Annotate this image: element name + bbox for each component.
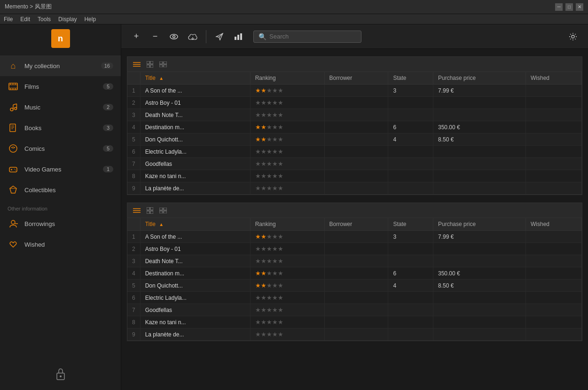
table-row[interactable]: 7 Goodfellas ★★★★★: [127, 304, 582, 316]
menu-edit[interactable]: Edit: [20, 16, 30, 23]
col-borrower-2[interactable]: Borrower: [324, 218, 388, 231]
table-row[interactable]: 1 A Son of the ... ★★★★★ 3 7.99 €: [127, 85, 582, 97]
row-num: 6: [127, 146, 140, 158]
table-row[interactable]: 6 Electric Ladyla... ★★★★★: [127, 292, 582, 304]
col-num-2: [127, 218, 140, 231]
row-ranking: ★★★★★: [250, 304, 324, 316]
row-wished: [526, 231, 582, 243]
table-row[interactable]: 9 La planète de... ★★★★★: [127, 328, 582, 341]
sidebar-item-music[interactable]: Music 2: [0, 97, 121, 117]
row-wished: [526, 97, 582, 109]
col-wished-1[interactable]: Wished: [526, 72, 582, 85]
col-price-1[interactable]: Purchase price: [433, 72, 526, 85]
sidebar-item-collectibles[interactable]: Collectibles: [0, 179, 121, 200]
menu-display[interactable]: Display: [58, 16, 77, 23]
lock-icon[interactable]: [55, 368, 66, 382]
row-borrower: [324, 267, 388, 280]
search-box[interactable]: 🔍: [253, 31, 361, 43]
row-price: 8.50 €: [433, 133, 526, 146]
sidebar-item-my-collection[interactable]: ⌂ My collection 16: [0, 55, 121, 76]
table-row[interactable]: 3 Death Note T... ★★★★★: [127, 255, 582, 267]
title-bar: Memento > 风景图 ─ □ ✕: [0, 0, 588, 14]
row-title: Destination m...: [140, 121, 250, 133]
add-button[interactable]: +: [129, 29, 144, 44]
col-state-2[interactable]: State: [388, 218, 433, 231]
menu-help[interactable]: Help: [84, 16, 96, 23]
settings-button[interactable]: [565, 29, 580, 44]
svg-rect-35: [237, 35, 239, 40]
row-state: [388, 97, 433, 109]
table-row[interactable]: 2 Astro Boy - 01 ★★★★★: [127, 243, 582, 255]
panel-1-grid-view-btn[interactable]: [144, 59, 156, 70]
row-price: [433, 243, 526, 255]
minimize-button[interactable]: ─: [555, 3, 563, 11]
table-row[interactable]: 7 Goodfellas ★★★★★: [127, 158, 582, 170]
maximize-button[interactable]: □: [565, 3, 573, 11]
svg-rect-4: [13, 83, 13, 85]
panel-2-scroll[interactable]: Title ▲ Ranking Borrower State Purchase …: [127, 218, 582, 341]
table-row[interactable]: 3 Death Note T... ★★★★★: [127, 109, 582, 121]
close-button[interactable]: ✕: [576, 3, 583, 11]
table-row[interactable]: 1 A Son of the ... ★★★★★ 3 7.99 €: [127, 231, 582, 243]
row-borrower: [324, 243, 388, 255]
view-button[interactable]: [166, 29, 181, 44]
row-state: [388, 255, 433, 267]
table-row[interactable]: 4 Destination m... ★★★★★ 6 350.00 €: [127, 121, 582, 133]
panel-1-scroll[interactable]: Title ▲ Ranking Borrower State Purchase …: [127, 72, 582, 195]
menu-tools[interactable]: Tools: [38, 16, 51, 23]
window-controls[interactable]: ─ □ ✕: [555, 3, 583, 11]
sidebar-item-books[interactable]: Books 3: [0, 117, 121, 138]
row-title: Astro Boy - 01: [140, 243, 250, 255]
row-num: 3: [127, 109, 140, 121]
col-ranking-2[interactable]: Ranking: [250, 218, 324, 231]
row-borrower: [324, 158, 388, 170]
search-input[interactable]: [269, 33, 354, 40]
row-ranking: ★★★★★: [250, 243, 324, 255]
row-borrower: [324, 170, 388, 182]
sidebar-item-comics[interactable]: Comics 5: [0, 138, 121, 159]
row-ranking: ★★★★★: [250, 292, 324, 304]
chart-button[interactable]: [231, 29, 246, 44]
table-row[interactable]: 5 Don Quichott... ★★★★★ 4 8.50 €: [127, 280, 582, 292]
table-row[interactable]: 9 La planète de... ★★★★★: [127, 182, 582, 195]
sidebar-item-borrowings[interactable]: Borrowings: [0, 213, 121, 234]
table-row[interactable]: 4 Destination m... ★★★★★ 6 350.00 €: [127, 267, 582, 280]
col-price-2[interactable]: Purchase price: [433, 218, 526, 231]
table-row[interactable]: 5 Don Quichott... ★★★★★ 4 8.50 €: [127, 133, 582, 146]
svg-rect-6: [10, 88, 11, 90]
col-ranking-1[interactable]: Ranking: [250, 72, 324, 85]
svg-rect-43: [147, 65, 149, 68]
cloud-button[interactable]: [185, 29, 200, 44]
menu-file[interactable]: File: [4, 16, 13, 23]
sidebar-label-borrowings: Borrowings: [24, 220, 113, 227]
col-title-2[interactable]: Title ▲: [140, 218, 250, 231]
sidebar-item-wished[interactable]: Wished: [0, 234, 121, 255]
svg-rect-59: [164, 211, 167, 213]
remove-button[interactable]: −: [148, 29, 163, 44]
row-num: 5: [127, 280, 140, 292]
sidebar-item-films[interactable]: Films 5: [0, 76, 121, 97]
table-row[interactable]: 2 Astro Boy - 01 ★★★★★: [127, 97, 582, 109]
row-num: 5: [127, 133, 140, 146]
table-row[interactable]: 8 Kaze no tani n... ★★★★★: [127, 316, 582, 328]
panel-2-detail-view-btn[interactable]: [157, 205, 169, 216]
panel-1-detail-view-btn[interactable]: [157, 59, 169, 70]
col-wished-2[interactable]: Wished: [526, 218, 582, 231]
panel-2-grid-view-btn[interactable]: [144, 205, 156, 216]
panel-1-list-view-btn[interactable]: [131, 59, 142, 70]
col-title-1[interactable]: Title ▲: [140, 72, 250, 85]
row-state: [388, 328, 433, 341]
sidebar-item-video-games[interactable]: Video Games 1: [0, 159, 121, 179]
table-row[interactable]: 6 Electric Ladyla... ★★★★★: [127, 146, 582, 158]
col-borrower-1[interactable]: Borrower: [324, 72, 388, 85]
col-state-1[interactable]: State: [388, 72, 433, 85]
row-price: [433, 170, 526, 182]
send-button[interactable]: [212, 29, 227, 44]
sidebar-badge-my-collection: 16: [101, 62, 113, 69]
row-borrower: [324, 109, 388, 121]
table-row[interactable]: 8 Kaze no tani n... ★★★★★: [127, 170, 582, 182]
row-wished: [526, 121, 582, 133]
panel-2-list-view-btn[interactable]: [131, 205, 142, 216]
row-state: [388, 292, 433, 304]
row-ranking: ★★★★★: [250, 231, 324, 243]
